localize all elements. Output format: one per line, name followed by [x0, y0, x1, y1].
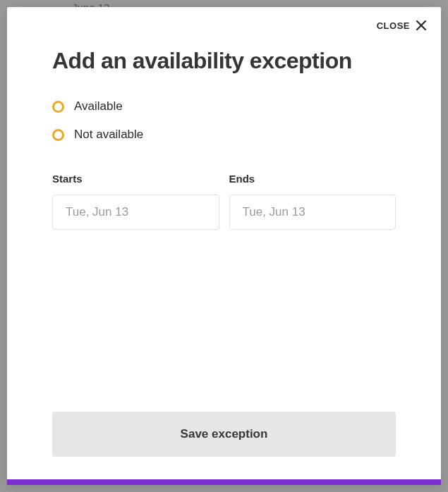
radio-not-available[interactable]: Not available: [52, 128, 396, 142]
availability-radio-group: Available Not available: [52, 99, 396, 142]
availability-exception-modal: CLOSE Add an availability exception Avai…: [7, 7, 441, 485]
starts-label: Starts: [52, 173, 219, 185]
close-button[interactable]: CLOSE: [7, 7, 441, 31]
ends-field: Ends: [229, 173, 396, 230]
radio-icon: [52, 101, 64, 113]
starts-field: Starts: [52, 173, 219, 230]
close-icon: [416, 20, 427, 31]
ends-label: Ends: [229, 173, 396, 185]
date-range-row: Starts Ends: [52, 173, 396, 230]
starts-input[interactable]: [52, 195, 219, 230]
radio-icon: [52, 129, 64, 141]
radio-available-label: Available: [74, 99, 123, 113]
radio-not-available-label: Not available: [74, 128, 143, 142]
bottom-accent-bar: [7, 479, 441, 485]
close-label: CLOSE: [377, 20, 410, 31]
save-exception-button[interactable]: Save exception: [52, 412, 396, 457]
radio-available[interactable]: Available: [52, 99, 396, 113]
ends-input[interactable]: [229, 195, 396, 230]
modal-title: Add an availability exception: [52, 48, 396, 74]
